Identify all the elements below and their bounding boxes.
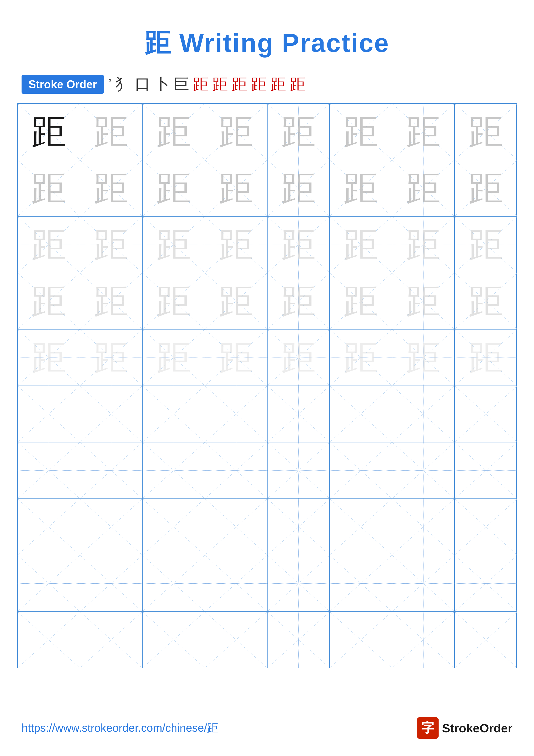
grid-cell-9-4[interactable]: [205, 555, 267, 611]
grid-cell-8-4[interactable]: [205, 499, 267, 555]
grid-cell-6-6[interactable]: [330, 386, 392, 442]
grid-cell-5-7[interactable]: 距: [392, 330, 455, 386]
svg-line-159: [455, 612, 517, 668]
grid-cell-1-4[interactable]: 距: [205, 104, 267, 160]
grid-cell-2-8[interactable]: 距: [455, 160, 517, 216]
grid-cell-1-7[interactable]: 距: [392, 104, 455, 160]
grid-cell-5-1[interactable]: 距: [18, 330, 80, 386]
grid-cell-10-1[interactable]: [18, 612, 80, 668]
grid-cell-1-1[interactable]: 距: [18, 104, 80, 160]
svg-line-119: [205, 499, 267, 555]
grid-cell-9-6[interactable]: [330, 555, 392, 611]
grid-cell-4-1[interactable]: 距: [18, 273, 80, 329]
grid-cell-2-6[interactable]: 距: [330, 160, 392, 216]
grid-row-3: 距 距 距 距 距 距 距 距: [18, 217, 516, 273]
grid-cell-2-2[interactable]: 距: [80, 160, 142, 216]
grid-cell-4-2[interactable]: 距: [80, 273, 142, 329]
grid-cell-6-8[interactable]: [455, 386, 517, 442]
char-guide: 距: [219, 171, 253, 205]
svg-line-87: [205, 386, 267, 442]
grid-cell-10-5[interactable]: [267, 612, 330, 668]
grid-cell-1-8[interactable]: 距: [455, 104, 517, 160]
grid-cell-1-3[interactable]: 距: [142, 104, 205, 160]
grid-cell-5-8[interactable]: 距: [455, 330, 517, 386]
svg-line-99: [80, 443, 142, 499]
grid-cell-7-5[interactable]: [267, 443, 330, 499]
grid-cell-10-8[interactable]: [455, 612, 517, 668]
grid-cell-5-4[interactable]: 距: [205, 330, 267, 386]
grid-cell-7-1[interactable]: [18, 443, 80, 499]
svg-line-130: [80, 555, 142, 611]
grid-cell-8-3[interactable]: [142, 499, 205, 555]
grid-cell-7-8[interactable]: [455, 443, 517, 499]
svg-line-93: [392, 386, 454, 442]
grid-cell-9-3[interactable]: [142, 555, 205, 611]
grid-cell-1-6[interactable]: 距: [330, 104, 392, 160]
grid-cell-7-6[interactable]: [330, 443, 392, 499]
grid-cell-8-2[interactable]: [80, 499, 142, 555]
char-guide: 距: [219, 340, 253, 375]
grid-cell-9-2[interactable]: [80, 555, 142, 611]
grid-cell-3-3[interactable]: 距: [142, 217, 205, 273]
grid-cell-5-2[interactable]: 距: [80, 330, 142, 386]
grid-cell-6-7[interactable]: [392, 386, 455, 442]
grid-cell-10-4[interactable]: [205, 612, 267, 668]
grid-cell-4-6[interactable]: 距: [330, 273, 392, 329]
grid-cell-3-1[interactable]: 距: [18, 217, 80, 273]
grid-cell-10-7[interactable]: [392, 612, 455, 668]
grid-cell-3-2[interactable]: 距: [80, 217, 142, 273]
svg-line-123: [330, 499, 392, 555]
grid-cell-8-8[interactable]: [455, 499, 517, 555]
char-dark: 距: [32, 115, 66, 149]
char-guide: 距: [94, 228, 128, 262]
grid-cell-5-5[interactable]: 距: [267, 330, 330, 386]
grid-cell-7-4[interactable]: [205, 443, 267, 499]
grid-cell-1-2[interactable]: 距: [80, 104, 142, 160]
grid-cell-4-3[interactable]: 距: [142, 273, 205, 329]
grid-cell-9-1[interactable]: [18, 555, 80, 611]
grid-cell-10-3[interactable]: [142, 612, 205, 668]
svg-line-83: [80, 386, 142, 442]
footer: https://www.strokeorder.com/chinese/距 字 …: [0, 717, 534, 739]
footer-url[interactable]: https://www.strokeorder.com/chinese/距: [21, 720, 218, 736]
grid-cell-2-1[interactable]: 距: [18, 160, 80, 216]
grid-cell-6-4[interactable]: [205, 386, 267, 442]
grid-cell-3-6[interactable]: 距: [330, 217, 392, 273]
grid-cell-2-5[interactable]: 距: [267, 160, 330, 216]
grid-cell-8-5[interactable]: [267, 499, 330, 555]
grid-cell-3-4[interactable]: 距: [205, 217, 267, 273]
grid-cell-3-8[interactable]: 距: [455, 217, 517, 273]
grid-cell-4-5[interactable]: 距: [267, 273, 330, 329]
grid-cell-3-7[interactable]: 距: [392, 217, 455, 273]
grid-cell-8-6[interactable]: [330, 499, 392, 555]
page-title: 距 Writing Practice: [0, 0, 534, 61]
grid-cell-7-7[interactable]: [392, 443, 455, 499]
grid-cell-2-7[interactable]: 距: [392, 160, 455, 216]
grid-cell-3-5[interactable]: 距: [267, 217, 330, 273]
grid-cell-7-3[interactable]: [142, 443, 205, 499]
grid-cell-10-2[interactable]: [80, 612, 142, 668]
grid-cell-6-2[interactable]: [80, 386, 142, 442]
grid-cell-4-4[interactable]: 距: [205, 273, 267, 329]
grid-cell-10-6[interactable]: [330, 612, 392, 668]
grid-cell-2-3[interactable]: 距: [142, 160, 205, 216]
grid-cell-6-3[interactable]: [142, 386, 205, 442]
char-guide: 距: [281, 171, 316, 205]
grid-cell-9-7[interactable]: [392, 555, 455, 611]
grid-cell-5-3[interactable]: 距: [142, 330, 205, 386]
svg-line-138: [330, 555, 392, 611]
grid-cell-9-5[interactable]: [267, 555, 330, 611]
svg-line-132: [142, 555, 205, 611]
grid-cell-5-6[interactable]: 距: [330, 330, 392, 386]
grid-cell-8-1[interactable]: [18, 499, 80, 555]
grid-cell-4-8[interactable]: 距: [455, 273, 517, 329]
stroke-8: 距: [232, 74, 247, 94]
grid-cell-2-4[interactable]: 距: [205, 160, 267, 216]
grid-cell-8-7[interactable]: [392, 499, 455, 555]
grid-cell-6-1[interactable]: [18, 386, 80, 442]
grid-cell-7-2[interactable]: [80, 443, 142, 499]
grid-cell-1-5[interactable]: 距: [267, 104, 330, 160]
grid-cell-6-5[interactable]: [267, 386, 330, 442]
grid-cell-9-8[interactable]: [455, 555, 517, 611]
grid-cell-4-7[interactable]: 距: [392, 273, 455, 329]
